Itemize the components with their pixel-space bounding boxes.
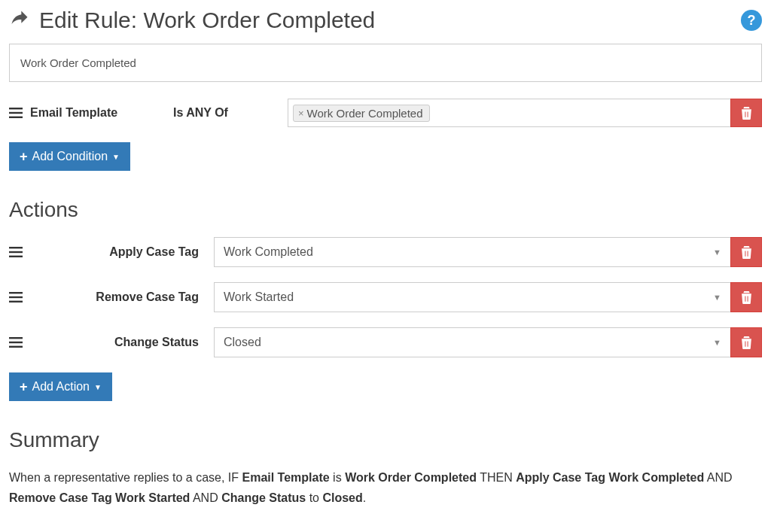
- svg-rect-7: [9, 296, 23, 298]
- condition-row: Email Template Is ANY Of × Work Order Co…: [9, 99, 762, 127]
- drag-handle[interactable]: [9, 237, 30, 267]
- help-icon[interactable]: ?: [741, 10, 762, 31]
- drag-handle[interactable]: [9, 282, 30, 312]
- reorder-icon: [9, 336, 23, 348]
- svg-rect-3: [9, 247, 23, 248]
- token-chip: × Work Order Completed: [293, 105, 430, 122]
- reorder-icon: [9, 107, 23, 119]
- summary-text: When a representative replies to a case,…: [9, 467, 762, 508]
- select-value: Work Started: [224, 290, 294, 304]
- action-value-select[interactable]: Work Completed▼: [214, 237, 730, 267]
- add-action-button[interactable]: + Add Action ▼: [9, 372, 112, 401]
- condition-token-input[interactable]: × Work Order Completed: [288, 99, 730, 127]
- svg-rect-2: [9, 117, 23, 118]
- actions-heading: Actions: [9, 198, 762, 222]
- action-value-select[interactable]: Closed▼: [214, 327, 730, 357]
- close-icon[interactable]: ×: [297, 108, 306, 119]
- action-row: Apply Case TagWork Completed▼: [9, 237, 762, 267]
- svg-rect-1: [9, 112, 23, 114]
- action-value-select[interactable]: Work Started▼: [214, 282, 730, 312]
- page-title: Edit Rule: Work Order Completed: [39, 8, 375, 33]
- plus-icon: +: [20, 380, 28, 394]
- select-value: Closed: [224, 336, 261, 349]
- select-value: Work Completed: [224, 245, 313, 259]
- chevron-down-icon: ▼: [112, 153, 120, 161]
- svg-rect-0: [9, 108, 23, 109]
- action-row: Change StatusClosed▼: [9, 327, 762, 357]
- delete-action-button[interactable]: [730, 327, 762, 357]
- svg-rect-4: [9, 251, 23, 253]
- token-label: Work Order Completed: [307, 107, 423, 120]
- chevron-down-icon: ▼: [713, 293, 721, 302]
- chevron-down-icon: ▼: [94, 383, 102, 391]
- reorder-icon: [9, 291, 23, 303]
- action-row: Remove Case TagWork Started▼: [9, 282, 762, 312]
- rule-name-input[interactable]: [9, 44, 762, 82]
- reorder-icon: [9, 246, 23, 258]
- add-condition-button[interactable]: + Add Condition ▼: [9, 142, 130, 171]
- action-label: Apply Case Tag: [30, 237, 214, 267]
- svg-rect-5: [9, 256, 23, 257]
- svg-rect-8: [9, 301, 23, 302]
- action-label: Remove Case Tag: [30, 282, 214, 312]
- trash-icon: [741, 291, 752, 304]
- drag-handle[interactable]: [9, 107, 30, 119]
- chevron-down-icon: ▼: [713, 248, 721, 257]
- delete-action-button[interactable]: [730, 282, 762, 312]
- page-header: Edit Rule: Work Order Completed ?: [9, 8, 762, 33]
- share-arrow-icon: [9, 8, 30, 32]
- svg-rect-10: [9, 342, 23, 343]
- svg-rect-9: [9, 337, 23, 339]
- add-action-label: Add Action: [32, 380, 90, 394]
- condition-field-label: Email Template: [30, 106, 173, 120]
- plus-icon: +: [20, 150, 28, 163]
- chevron-down-icon: ▼: [713, 338, 721, 347]
- svg-rect-6: [9, 292, 23, 293]
- condition-operator-label: Is ANY Of: [173, 106, 288, 120]
- trash-icon: [741, 336, 752, 349]
- action-label: Change Status: [30, 327, 214, 357]
- add-condition-label: Add Condition: [32, 150, 108, 163]
- svg-rect-11: [9, 346, 23, 348]
- trash-icon: [741, 107, 752, 120]
- delete-condition-button[interactable]: [730, 99, 762, 127]
- trash-icon: [741, 246, 752, 259]
- delete-action-button[interactable]: [730, 237, 762, 267]
- drag-handle[interactable]: [9, 327, 30, 357]
- summary-heading: Summary: [9, 428, 762, 452]
